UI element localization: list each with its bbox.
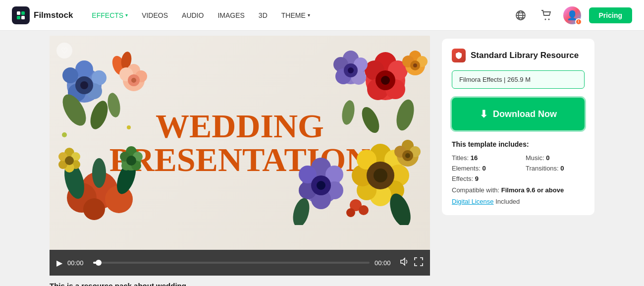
download-button[interactable]: ⬇ Download Now — [452, 98, 585, 130]
theme-chevron-icon: ▾ — [308, 12, 310, 18]
svg-point-28 — [87, 99, 111, 132]
svg-point-47 — [348, 67, 354, 73]
svg-point-25 — [128, 74, 140, 86]
svg-point-33 — [375, 52, 396, 74]
svg-point-42 — [354, 57, 368, 71]
svg-point-58 — [370, 144, 391, 166]
svg-point-82 — [397, 145, 419, 167]
svg-point-27 — [58, 91, 91, 130]
svg-point-97 — [71, 152, 80, 161]
images-label: IMAGES — [217, 11, 244, 19]
svg-rect-3 — [21, 16, 25, 19]
volume-button[interactable] — [400, 257, 409, 268]
video-wrapper: ♡ WEDDING PRESENTATION ▶ 00:00 00:00 — [50, 36, 430, 286]
svg-point-67 — [374, 169, 387, 182]
svg-point-72 — [311, 189, 331, 209]
download-icon: ⬇ — [480, 108, 488, 120]
svg-point-99 — [64, 163, 74, 172]
panel-card: Standard Library Resource Filmora Effect… — [442, 39, 594, 215]
svg-point-77 — [350, 199, 362, 211]
svg-point-96 — [64, 148, 74, 158]
video-container: ♡ WEDDING PRESENTATION — [50, 36, 430, 250]
svg-point-22 — [127, 64, 140, 77]
nav-effects[interactable]: EFFECTS ▾ — [85, 0, 135, 31]
svg-point-36 — [367, 78, 389, 100]
svg-point-59 — [384, 150, 404, 170]
logo[interactable]: Filmstock — [12, 6, 73, 24]
svg-point-61 — [384, 180, 404, 200]
svg-point-38 — [376, 70, 395, 90]
resource-header: Standard Library Resource — [452, 49, 585, 62]
nav-audio[interactable]: AUDIO — [175, 0, 211, 31]
video-title-line1: WEDDING — [109, 109, 370, 143]
svg-point-71 — [325, 181, 343, 199]
svg-point-80 — [386, 191, 415, 225]
video-title-line2: PRESENTATION — [109, 143, 370, 176]
videos-label: VIDEOS — [142, 11, 168, 19]
svg-point-90 — [105, 185, 133, 213]
nav-videos[interactable]: VIDEOS — [135, 0, 175, 31]
svg-point-101 — [58, 152, 67, 161]
svg-point-18 — [80, 81, 88, 89]
svg-point-49 — [409, 51, 421, 62]
progress-bar[interactable] — [93, 262, 370, 264]
svg-point-26 — [131, 78, 136, 83]
svg-rect-2 — [17, 16, 20, 19]
right-panel: Standard Library Resource Filmora Effect… — [442, 36, 594, 286]
svg-point-37 — [385, 79, 405, 99]
resource-title: Standard Library Resource — [471, 51, 579, 60]
fullscreen-button[interactable] — [414, 257, 423, 268]
stat-music: Music: 0 — [526, 154, 585, 162]
pricing-button[interactable]: Pricing — [589, 7, 632, 23]
compat-row: Compatible with: Filmora 9.6 or above — [452, 186, 585, 194]
svg-point-100 — [58, 160, 67, 169]
svg-point-32 — [366, 60, 405, 100]
svg-point-73 — [299, 181, 317, 199]
svg-point-9 — [544, 18, 546, 20]
svg-point-94 — [92, 158, 106, 188]
svg-point-23 — [135, 70, 147, 82]
video-bg: ♡ WEDDING PRESENTATION — [50, 36, 430, 250]
stat-elements-label: Elements: — [452, 165, 482, 172]
globe-button[interactable] — [512, 6, 530, 24]
svg-point-91 — [83, 198, 105, 220]
license-link[interactable]: Digital License — [452, 198, 494, 205]
play-button[interactable]: ▶ — [56, 258, 62, 268]
avatar[interactable]: 👤 ! — [563, 6, 581, 24]
file-label: Filmora Effects | 265.9 M — [459, 76, 531, 83]
svg-point-17 — [75, 76, 93, 94]
svg-point-35 — [365, 60, 384, 80]
svg-marker-110 — [401, 258, 405, 265]
audio-label: AUDIO — [182, 11, 204, 19]
file-tag: Filmora Effects | 265.9 M — [452, 70, 585, 89]
svg-point-63 — [357, 180, 376, 200]
svg-point-20 — [120, 51, 133, 70]
resource-icon — [452, 49, 466, 62]
3d-label: 3D — [259, 11, 268, 19]
svg-point-10 — [548, 18, 549, 20]
svg-point-30 — [62, 132, 67, 137]
template-stats: Titles: 16 Music: 0 Elements: 0 Transiti… — [452, 154, 585, 182]
svg-point-39 — [381, 76, 390, 85]
svg-point-52 — [410, 60, 420, 70]
heart-icon[interactable]: ♡ — [56, 43, 72, 58]
svg-point-11 — [67, 68, 102, 103]
theme-label: THEME — [281, 11, 306, 19]
download-label: Download Now — [493, 109, 557, 119]
svg-point-86 — [402, 150, 413, 161]
svg-point-95 — [60, 152, 78, 170]
nav-3d[interactable]: 3D — [252, 0, 274, 31]
svg-point-75 — [311, 175, 331, 195]
svg-point-13 — [92, 70, 107, 85]
svg-point-60 — [387, 165, 409, 186]
nav-theme[interactable]: THEME ▾ — [274, 0, 317, 31]
svg-point-50 — [417, 56, 428, 67]
svg-point-76 — [317, 181, 325, 190]
stat-titles-label: Titles: — [452, 154, 471, 162]
effects-label: EFFECTS — [92, 11, 123, 19]
svg-point-66 — [367, 162, 394, 189]
nav-images[interactable]: IMAGES — [211, 0, 251, 31]
stat-music-label: Music: — [526, 154, 546, 162]
compat-value: Filmora 9.6 or above — [501, 186, 564, 194]
cart-button[interactable] — [537, 6, 555, 24]
